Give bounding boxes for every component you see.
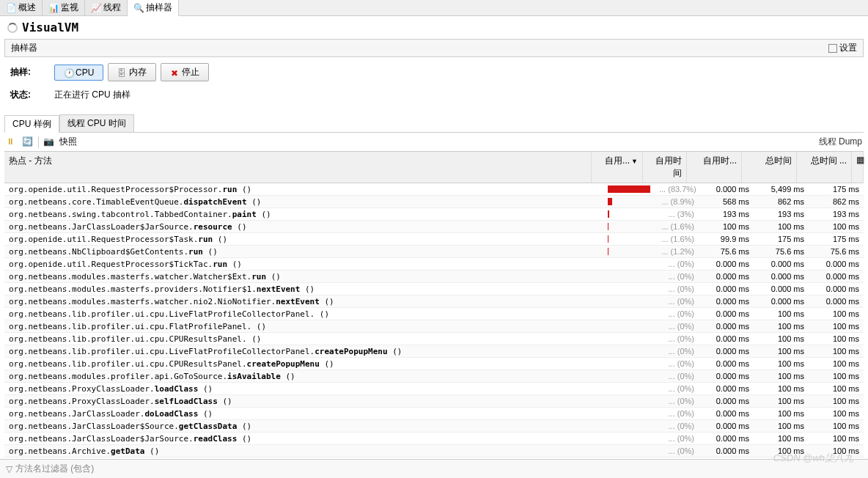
table-row[interactable]: org.netbeans.lib.profiler.ui.cpu.LiveFla… <box>4 345 864 358</box>
cell-method: org.netbeans.lib.profiler.ui.cpu.LiveFla… <box>4 309 603 320</box>
thread-dump-link[interactable]: 线程 Dump <box>819 136 862 148</box>
table-row[interactable]: org.netbeans.NbClipboard$GetContents.run… <box>4 246 864 258</box>
cell-total-time2: 100 ms <box>809 321 864 331</box>
refresh-icon[interactable]: 🔄 <box>22 136 34 148</box>
table-row[interactable]: org.netbeans.core.TimableEventQueue.disp… <box>4 196 864 208</box>
filter-icon[interactable]: ▽ <box>6 464 12 474</box>
cell-total-time2: 100 ms <box>809 408 864 419</box>
cell-method: org.openide.util.RequestProcessor$TickTa… <box>4 259 603 270</box>
cell-pct: ... (0%) <box>655 446 699 456</box>
cell-bar <box>603 247 655 256</box>
cell-total-time: 100 ms <box>754 309 809 319</box>
table-row[interactable]: org.netbeans.ProxyClassLoader.loadClass … <box>4 383 864 395</box>
cell-total-time: 100 ms <box>754 358 809 369</box>
cell-pct: ... (0%) <box>655 284 699 294</box>
overview-icon: 📄 <box>6 3 16 13</box>
cell-total-time2: 862 ms <box>809 196 864 207</box>
memory-icon: 🗄 <box>117 68 126 77</box>
cell-bar <box>603 235 655 243</box>
cell-bar <box>603 185 655 194</box>
cell-total-time2: 100 ms <box>809 346 864 356</box>
table-row[interactable]: org.netbeans.lib.profiler.ui.cpu.LiveFla… <box>4 308 864 320</box>
col-scrollbar[interactable]: ▦ <box>852 152 864 183</box>
tab-threads[interactable]: 📈线程 <box>85 0 128 15</box>
tab-monitor[interactable]: 📊监视 <box>43 0 85 15</box>
cell-self-time: 0.000 ms <box>699 383 754 394</box>
cell-method: org.netbeans.ProxyClassLoader.selfLoadCl… <box>4 396 603 407</box>
cell-bar <box>603 446 655 455</box>
memory-button[interactable]: 🗄内存 <box>108 63 156 81</box>
stop-button[interactable]: ✖停止 <box>161 63 209 81</box>
app-title: VisualVM <box>22 21 78 34</box>
cell-pct: ... (3%) <box>655 209 699 219</box>
cell-self-time: 0.000 ms <box>699 371 754 381</box>
table-row[interactable]: org.netbeans.lib.profiler.ui.cpu.FlatPro… <box>4 320 864 333</box>
table-row[interactable]: org.netbeans.modules.masterfs.providers.… <box>4 283 864 295</box>
cell-bar <box>603 372 655 380</box>
cell-total-time2: 100 ms <box>809 446 864 456</box>
filter-label[interactable]: 方法名过滤器 (包含) <box>15 463 94 475</box>
table-row[interactable]: org.netbeans.modules.masterfs.watcher.Wa… <box>4 271 864 283</box>
cell-method: org.netbeans.core.TimableEventQueue.disp… <box>4 196 603 207</box>
pause-icon[interactable]: ⏸ <box>6 136 18 148</box>
table-row[interactable]: org.openide.util.RequestProcessor$TickTa… <box>4 258 864 271</box>
col-total-time2[interactable]: 总时间 ... <box>797 152 852 183</box>
cell-total-time: 0.000 ms <box>754 284 809 294</box>
cell-total-time2: 100 ms <box>809 358 864 369</box>
col-self-pct[interactable]: 自用时间 <box>643 152 687 183</box>
col-method[interactable]: 热点 - 方法 <box>4 152 592 183</box>
table-row[interactable]: org.netbeans.modules.masterfs.watcher.ni… <box>4 295 864 308</box>
table-row[interactable]: org.netbeans.swing.tabcontrol.TabbedCont… <box>4 208 864 221</box>
cell-pct: ... (0%) <box>655 309 699 319</box>
table-body[interactable]: org.openide.util.RequestProcessor$Proces… <box>4 183 864 459</box>
cell-bar <box>603 359 655 368</box>
cell-bar <box>603 384 655 393</box>
cell-method: org.netbeans.modules.masterfs.watcher.Wa… <box>4 271 603 282</box>
sample-label: 抽样: <box>10 66 54 78</box>
panel-header: 抽样器 设置 <box>4 39 864 57</box>
sub-tab-thread-cpu-time[interactable]: 线程 CPU 时间 <box>59 114 134 132</box>
status-text: 正在进行 CPU 抽样 <box>54 89 130 101</box>
cell-method: org.netbeans.JarClassLoader$JarSource.re… <box>4 221 603 232</box>
cell-bar <box>603 334 655 343</box>
settings-checkbox[interactable] <box>828 44 837 53</box>
cell-method: org.netbeans.NbClipboard$GetContents.run… <box>4 246 603 257</box>
cpu-button[interactable]: 🕐CPU <box>54 65 103 81</box>
table-row[interactable]: org.openide.util.RequestProcessor$Proces… <box>4 183 864 196</box>
cell-method: org.netbeans.ProxyClassLoader.loadClass … <box>4 383 603 394</box>
table-row[interactable]: org.netbeans.modules.profiler.api.GoToSo… <box>4 370 864 383</box>
cell-total-time: 862 ms <box>754 196 809 207</box>
tab-sampler[interactable]: 🔍抽样器 <box>128 0 179 16</box>
settings-toggle[interactable]: 设置 <box>828 42 857 54</box>
cell-bar <box>603 409 655 418</box>
cell-method: org.netbeans.JarClassLoader.doLoadClass … <box>4 408 603 419</box>
cell-self-time: 100 ms <box>699 221 754 232</box>
cell-total-time: 0.000 ms <box>754 458 809 459</box>
snapshot-icon[interactable]: 📷 <box>43 136 55 148</box>
cell-bar <box>603 284 655 293</box>
cell-bar <box>603 309 655 318</box>
cell-method: org.netbeans.modules.masterfs.watcher.ni… <box>4 296 603 307</box>
col-self-time[interactable]: 自用时... <box>687 152 742 183</box>
cell-total-time: 100 ms <box>754 396 809 406</box>
table-row[interactable]: org.netbeans.lib.profiler.ui.cpu.CPUResu… <box>4 333 864 345</box>
snapshot-label[interactable]: 快照 <box>59 136 77 148</box>
table-row[interactable]: org.netbeans.Archive.getData ()... (0%)0… <box>4 445 864 457</box>
cell-pct: ... (0%) <box>655 346 699 356</box>
controls-area: 抽样: 🕐CPU 🗄内存 ✖停止 状态: 正在进行 CPU 抽样 <box>0 57 868 114</box>
cell-self-time: 0.000 ms <box>699 408 754 419</box>
col-total-time[interactable]: 总时间 <box>742 152 797 183</box>
table-row[interactable]: org.netbeans.JarClassLoader.doLoadClass … <box>4 408 864 420</box>
tab-overview[interactable]: 📄概述 <box>0 0 43 15</box>
table-row[interactable]: org.netbeans.JarClassLoader$JarSource.re… <box>4 433 864 445</box>
sub-tab-cpu-samples[interactable]: CPU 样例 <box>4 115 59 133</box>
table-row[interactable]: org.netbeans.ProxyClassLoader.selfLoadCl… <box>4 395 864 408</box>
col-self-bar[interactable]: 自用...▼ <box>592 152 643 183</box>
table-row[interactable]: org.openide.util.RequestProcessor$Task.r… <box>4 233 864 246</box>
table-row[interactable]: org.netbeans.JarClassLoader$Source.getCl… <box>4 420 864 433</box>
table-row[interactable]: org.netbeans.lib.profiler.ui.cpu.CPUResu… <box>4 358 864 370</box>
cell-method: org.openide.util.RequestProcessor$Task.r… <box>4 234 603 245</box>
table-row[interactable]: org.netbeans.JarClassLoader$JarSource.re… <box>4 221 864 233</box>
cell-method: org.netbeans.CLIHandler$Server.run () <box>4 458 603 460</box>
table-row[interactable]: org.netbeans.CLIHandler$Server.run ()...… <box>4 457 864 459</box>
